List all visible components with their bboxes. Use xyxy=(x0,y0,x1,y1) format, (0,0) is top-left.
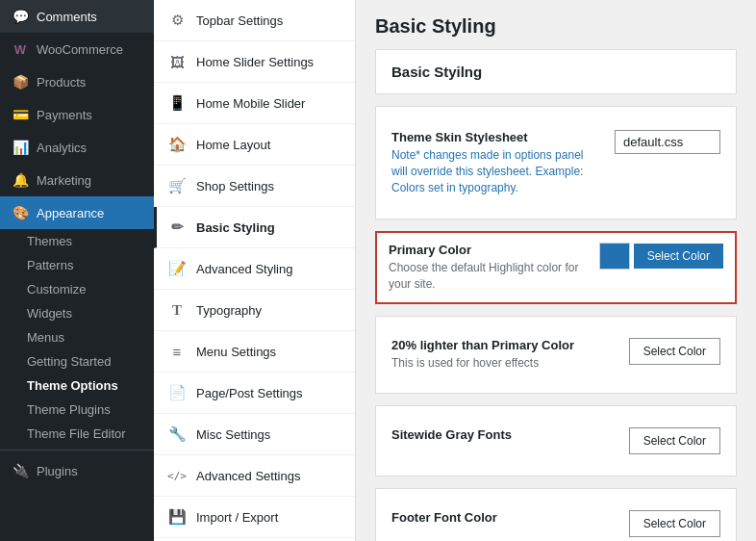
main-content: Basic Styling Basic Styilng Theme Skin S… xyxy=(356,0,756,541)
gray-fonts-select-button[interactable]: Select Color xyxy=(629,427,720,454)
middle-item-basic-styling[interactable]: ✏ Basic Styling xyxy=(154,207,355,248)
middle-item-advanced-settings[interactable]: </> Advanced Settings xyxy=(154,455,355,497)
middle-item-typography[interactable]: T Typography xyxy=(154,290,355,331)
sidebar-item-plugins[interactable]: 🔌 Plugins xyxy=(0,454,154,487)
page-post-settings-icon: 📄 xyxy=(167,383,187,402)
primary-color-swatch xyxy=(599,243,630,270)
products-icon: 📦 xyxy=(12,73,29,90)
middle-item-misc-settings[interactable]: 🔧 Misc Settings xyxy=(154,414,355,455)
middle-item-import-export[interactable]: 💾 Import / Export xyxy=(154,497,355,538)
theme-skin-control xyxy=(615,130,720,154)
theme-skin-section: Theme Skin Stylesheet Note* changes made… xyxy=(375,106,737,219)
middle-item-menu-settings[interactable]: ≡ Menu Settings xyxy=(154,331,355,373)
footer-font-control: Select Color xyxy=(629,510,720,537)
sidebar-item-payments[interactable]: 💳 Payments xyxy=(0,98,154,131)
lighter-color-description: This is used for hover effects xyxy=(391,355,614,372)
sidebar-label-marketing: Marketing xyxy=(37,173,91,188)
footer-font-select-button[interactable]: Select Color xyxy=(629,510,720,537)
middle-label-import-export: Import / Export xyxy=(196,510,278,525)
footer-font-label-group: Footer Font Color xyxy=(391,510,614,528)
plugins-icon: 🔌 xyxy=(12,462,29,479)
sidebar-item-appearance[interactable]: 🎨 Appearance xyxy=(0,196,154,229)
sidebar-label-products: Products xyxy=(37,75,86,90)
primary-color-select-button[interactable]: Select Color xyxy=(634,244,723,269)
sidebar-sub-menus[interactable]: Menus xyxy=(0,325,154,349)
home-layout-icon: 🏠 xyxy=(167,135,187,154)
advanced-settings-icon: </> xyxy=(167,466,187,485)
middle-item-advanced-styling[interactable]: 📝 Advanced Styling xyxy=(154,248,355,290)
middle-item-topbar-settings[interactable]: ⚙ Topbar Settings xyxy=(154,0,355,41)
middle-label-shop-settings: Shop Settings xyxy=(196,179,274,193)
gray-fonts-section: Sitewide Gray Fonts Select Color xyxy=(375,405,737,477)
home-mobile-slider-icon: 📱 xyxy=(167,93,187,113)
primary-color-row: Primary Color Choose the default Highlig… xyxy=(375,231,737,304)
sidebar-sub-theme-options[interactable]: Theme Options xyxy=(0,374,154,398)
middle-label-typography: Typography xyxy=(196,303,262,318)
woocommerce-icon: W xyxy=(12,40,29,58)
topbar-settings-icon: ⚙ xyxy=(167,11,187,30)
sidebar-label-analytics: Analytics xyxy=(37,141,87,155)
lighter-color-control: Select Color xyxy=(629,338,720,365)
gray-fonts-row: Sitewide Gray Fonts Select Color xyxy=(391,416,720,466)
sidebar-sub-theme-plugins[interactable]: Theme Plugins xyxy=(0,398,154,422)
footer-font-row: Footer Font Color Select Color xyxy=(391,499,720,541)
middle-label-advanced-settings: Advanced Settings xyxy=(196,469,300,483)
theme-skin-note: Note* changes made in options panel will… xyxy=(391,147,599,195)
typography-icon: T xyxy=(167,300,187,320)
middle-label-home-slider-settings: Home Slider Settings xyxy=(196,55,314,69)
gray-fonts-label-group: Sitewide Gray Fonts xyxy=(391,427,614,445)
sidebar-item-comments[interactable]: 💬 Comments xyxy=(0,0,154,33)
lighter-color-section: 20% lighter than Primary Color This is u… xyxy=(375,316,737,394)
analytics-icon: 📊 xyxy=(12,139,29,156)
middle-item-home-slider-settings[interactable]: 🖼 Home Slider Settings xyxy=(154,41,355,83)
footer-font-section: Footer Font Color Select Color xyxy=(375,488,737,541)
middle-label-menu-settings: Menu Settings xyxy=(196,345,276,359)
sidebar-label-woocommerce: WooCommerce xyxy=(37,42,123,57)
sidebar-item-analytics[interactable]: 📊 Analytics xyxy=(0,131,154,164)
basic-styling-icon: ✏ xyxy=(167,218,187,237)
payments-icon: 💳 xyxy=(12,106,29,123)
section-header-box: Basic Styilng xyxy=(375,49,737,94)
sidebar-label-payments: Payments xyxy=(37,108,92,122)
theme-skin-label: Theme Skin Stylesheet xyxy=(391,130,599,144)
middle-item-page-post-settings[interactable]: 📄 Page/Post Settings xyxy=(154,373,355,414)
advanced-styling-icon: 📝 xyxy=(167,259,187,278)
appearance-icon: 🎨 xyxy=(12,204,29,221)
footer-font-label: Footer Font Color xyxy=(391,510,614,525)
middle-item-home-layout[interactable]: 🏠 Home Layout xyxy=(154,124,355,166)
lighter-color-row: 20% lighter than Primary Color This is u… xyxy=(391,326,720,383)
middle-item-home-mobile-slider[interactable]: 📱 Home Mobile Slider xyxy=(154,83,355,124)
sidebar-item-marketing[interactable]: 🔔 Marketing xyxy=(0,164,154,196)
misc-settings-icon: 🔧 xyxy=(167,425,187,444)
sidebar-sub-patterns[interactable]: Patterns xyxy=(0,253,154,277)
middle-label-basic-styling: Basic Styling xyxy=(196,220,275,235)
primary-color-description: Choose the default Highlight color for y… xyxy=(389,260,584,293)
primary-color-label-group: Primary Color Choose the default Highlig… xyxy=(389,243,584,293)
theme-skin-row: Theme Skin Stylesheet Note* changes made… xyxy=(391,118,720,207)
middle-item-shop-settings[interactable]: 🛒 Shop Settings xyxy=(154,166,355,207)
middle-panel: ⚙ Topbar Settings 🖼 Home Slider Settings… xyxy=(154,0,356,541)
home-slider-icon: 🖼 xyxy=(167,52,187,71)
primary-color-label: Primary Color xyxy=(389,243,584,257)
middle-label-misc-settings: Misc Settings xyxy=(196,427,270,442)
sidebar-sub-customize[interactable]: Customize xyxy=(0,277,154,301)
sidebar-item-woocommerce[interactable]: W WooCommerce xyxy=(0,33,154,65)
sidebar-sub-theme-file-editor[interactable]: Theme File Editor xyxy=(0,422,154,446)
sidebar-sub-widgets[interactable]: Widgets xyxy=(0,301,154,325)
theme-skin-label-group: Theme Skin Stylesheet Note* changes made… xyxy=(391,130,599,195)
sidebar-label-comments: Comments xyxy=(37,10,97,24)
lighter-color-select-button[interactable]: Select Color xyxy=(629,338,720,365)
section-box-title: Basic Styilng xyxy=(391,64,482,80)
sidebar-item-products[interactable]: 📦 Products xyxy=(0,65,154,98)
sidebar-sub-themes[interactable]: Themes xyxy=(0,229,154,253)
lighter-color-label: 20% lighter than Primary Color xyxy=(391,338,614,352)
middle-label-page-post-settings: Page/Post Settings xyxy=(196,386,303,400)
sidebar-sub-getting-started[interactable]: Getting Started xyxy=(0,349,154,374)
shop-settings-icon: 🛒 xyxy=(167,176,187,195)
gray-fonts-label: Sitewide Gray Fonts xyxy=(391,427,614,442)
primary-color-control: Select Color xyxy=(599,243,723,270)
sidebar-label-plugins: Plugins xyxy=(37,464,78,478)
sidebar-label-appearance: Appearance xyxy=(37,206,104,220)
page-title: Basic Styling xyxy=(375,15,737,38)
theme-skin-input[interactable] xyxy=(615,130,720,154)
